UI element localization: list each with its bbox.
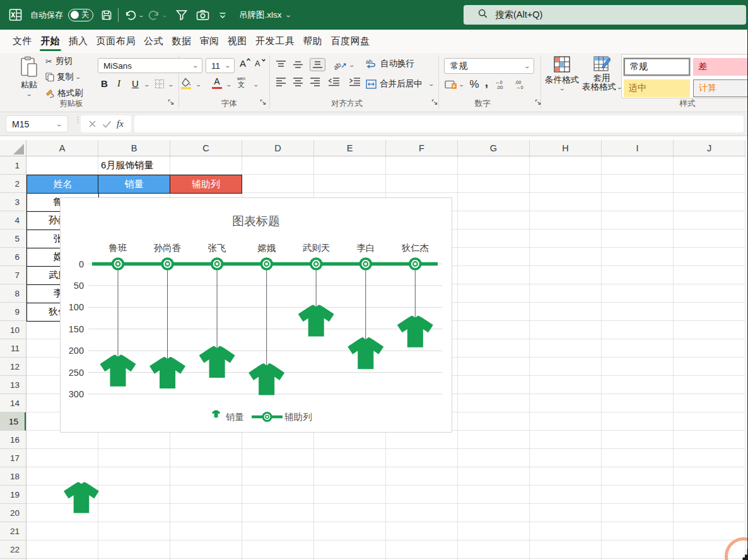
row-header-13[interactable]: 13: [0, 376, 26, 394]
bold-button[interactable]: B: [101, 78, 108, 89]
percent-style-button[interactable]: %: [470, 78, 479, 91]
orientation-icon[interactable]: ab: [334, 60, 347, 70]
column-header-B[interactable]: B: [98, 140, 170, 156]
row-header-17[interactable]: 17: [0, 449, 26, 467]
number-format-combo[interactable]: 常规 ⌄: [444, 58, 534, 74]
wrap-text-button[interactable]: ab 自动换行: [366, 58, 414, 69]
autosave-toggle[interactable]: 关: [68, 9, 93, 21]
tab-帮助[interactable]: 帮助: [299, 30, 327, 53]
column-header-A[interactable]: A: [26, 140, 98, 156]
row-header-3[interactable]: 3: [0, 193, 26, 211]
row-header-19[interactable]: 19: [0, 486, 26, 504]
align-top-icon[interactable]: [276, 60, 286, 69]
cell-b1-title[interactable]: 6月服饰销量: [101, 156, 240, 175]
font-dialog-launcher[interactable]: [260, 97, 267, 108]
tab-公式[interactable]: 公式: [140, 30, 168, 53]
increase-font-button[interactable]: A: [239, 57, 251, 69]
row-header-10[interactable]: 10: [0, 321, 26, 339]
name-box[interactable]: M15 ⌄: [6, 115, 68, 132]
style-gallery-item[interactable]: 计算: [693, 79, 748, 97]
formula-input[interactable]: [134, 115, 744, 132]
row-header-4[interactable]: 4: [0, 211, 26, 230]
increase-decimal-icon[interactable]: ←0 .00: [495, 79, 509, 90]
cell-header-辅助列[interactable]: 辅助列: [170, 175, 242, 194]
fill-color-icon[interactable]: [180, 78, 192, 90]
fx-icon[interactable]: fx: [117, 119, 124, 129]
row-header-16[interactable]: 16: [0, 431, 26, 449]
decrease-font-button[interactable]: A: [254, 57, 266, 69]
align-right-icon[interactable]: [310, 77, 320, 86]
comma-style-button[interactable]: ,: [485, 79, 488, 86]
decrease-indent-icon[interactable]: [328, 77, 340, 86]
tab-百度网盘[interactable]: 百度网盘: [327, 30, 374, 53]
borders-icon[interactable]: [155, 79, 165, 89]
align-left-icon[interactable]: [276, 77, 286, 86]
tab-开始[interactable]: 开始: [37, 30, 64, 53]
column-header-F[interactable]: F: [386, 140, 458, 156]
undo-button[interactable]: ⌄: [124, 9, 144, 21]
search-input[interactable]: 搜索(Alt+Q): [464, 5, 746, 25]
cell-header-姓名[interactable]: 姓名: [26, 175, 99, 194]
font-size-combo[interactable]: 11 ⌄: [206, 58, 235, 73]
style-gallery-item[interactable]: 差: [693, 58, 748, 76]
clipboard-dialog-launcher[interactable]: [168, 97, 175, 108]
conditional-format-button[interactable]: 条件格式 ⌄: [543, 56, 581, 91]
select-all-button[interactable]: [0, 140, 26, 156]
row-header-2[interactable]: 2: [0, 175, 26, 193]
cell-header-销量[interactable]: 销量: [98, 175, 170, 194]
tab-插入[interactable]: 插入: [64, 30, 92, 53]
row-header-5[interactable]: 5: [0, 230, 26, 248]
row-header-7[interactable]: 7: [0, 266, 26, 284]
italic-button[interactable]: I: [117, 78, 120, 89]
document-title[interactable]: 吊牌图.xlsx ⌄: [239, 9, 291, 21]
style-gallery-item[interactable]: 常规: [624, 58, 690, 76]
row-header-6[interactable]: 6: [0, 248, 26, 266]
enter-icon[interactable]: [102, 120, 112, 128]
font-color-button[interactable]: A: [212, 78, 222, 89]
chart[interactable]: 图表标题050100150200250300鲁班孙尚香张飞嫦娥武则天李白狄仁杰销…: [60, 197, 452, 433]
filter-button[interactable]: [175, 9, 188, 21]
tab-页面布局[interactable]: 页面布局: [92, 30, 139, 53]
copy-button[interactable]: 复制 ⌄: [45, 71, 81, 83]
tab-数据[interactable]: 数据: [168, 30, 196, 53]
style-gallery-item[interactable]: 适中: [624, 79, 690, 97]
paste-button[interactable]: 粘贴 ⌄: [16, 56, 42, 102]
camera-button[interactable]: [196, 9, 209, 21]
row-header-1[interactable]: 1: [0, 156, 26, 175]
tab-开发工具[interactable]: 开发工具: [251, 30, 298, 53]
row-header-8[interactable]: 8: [0, 284, 26, 303]
row-header-22[interactable]: 22: [0, 540, 26, 559]
more-commands-button[interactable]: [219, 11, 226, 19]
column-header-J[interactable]: J: [674, 140, 745, 156]
font-family-combo[interactable]: MiSans ⌄: [98, 58, 202, 73]
format-as-table-button[interactable]: 套用 表格格式 ⌄: [580, 56, 623, 91]
column-header-H[interactable]: H: [530, 140, 602, 156]
cancel-icon[interactable]: [88, 120, 96, 128]
row-header-20[interactable]: 20: [0, 504, 26, 522]
column-header-G[interactable]: G: [458, 140, 530, 156]
row-header-11[interactable]: 11: [0, 339, 26, 358]
accounting-icon[interactable]: ¥: [445, 79, 457, 90]
tab-文件[interactable]: 文件: [9, 30, 37, 53]
row-header-14[interactable]: 14: [0, 394, 26, 412]
row-header-15[interactable]: 15: [0, 412, 26, 431]
column-header-C[interactable]: C: [170, 140, 242, 156]
phonetic-button[interactable]: wén 文: [237, 76, 245, 88]
autosave-control[interactable]: 自动保存 关: [30, 9, 93, 21]
align-center-icon[interactable]: [293, 77, 303, 86]
align-bottom-button-selected[interactable]: [310, 58, 325, 71]
underline-button[interactable]: U: [132, 78, 139, 89]
format-painter-button[interactable]: 格式刷: [45, 88, 83, 99]
row-header-18[interactable]: 18: [0, 467, 26, 486]
increase-indent-icon[interactable]: [349, 77, 361, 86]
row-header-12[interactable]: 12: [0, 358, 26, 376]
save-icon[interactable]: [101, 9, 112, 21]
redo-button[interactable]: ⌄: [148, 9, 167, 21]
decrease-decimal-icon[interactable]: .00 →0: [515, 79, 529, 90]
number-dialog-launcher[interactable]: [535, 97, 542, 108]
column-header-I[interactable]: I: [602, 140, 674, 156]
merge-center-button[interactable]: 合并后居中 ⌄: [366, 78, 433, 90]
tab-审阅[interactable]: 审阅: [196, 30, 223, 53]
row-header-21[interactable]: 21: [0, 522, 26, 540]
alignment-dialog-launcher[interactable]: [431, 97, 438, 108]
